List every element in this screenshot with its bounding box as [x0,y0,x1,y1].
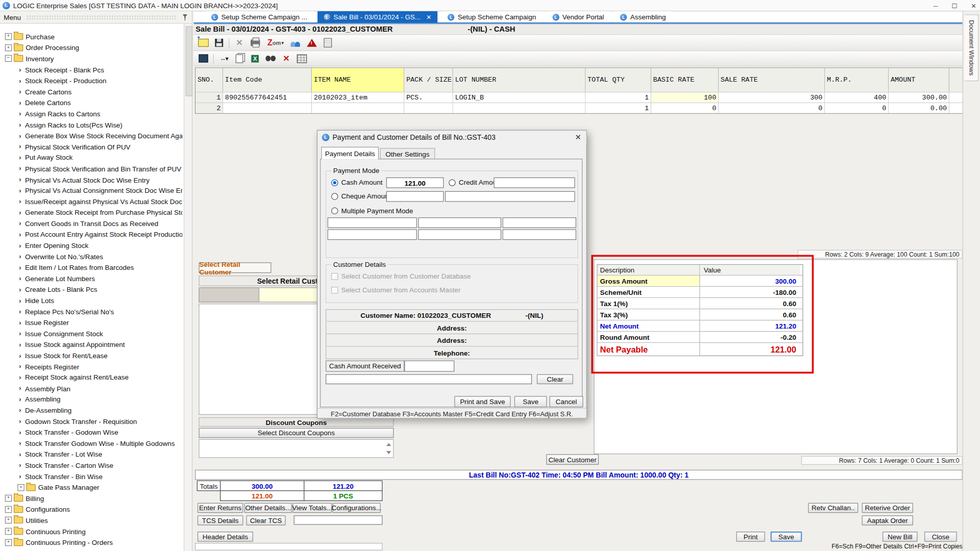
clear-tcs-button[interactable]: Clear TCS [246,515,285,525]
cash-received-input[interactable] [404,361,454,372]
tree-item-issue-consignment-stock[interactable]: ›Issue Consignment Stock [1,328,182,339]
cell-lot-number[interactable]: LOGIN_B [453,92,586,103]
expand-icon[interactable]: + [5,528,12,535]
table-row[interactable]: 210000.00 [195,103,963,113]
minimize-button[interactable]: ─ [934,2,938,9]
tree-item-convert-goods-in-transit-docs-as-received[interactable]: ›Convert Goods in Transit Docs as Receiv… [1,218,182,229]
multiple-payment-input[interactable] [502,217,576,228]
multiple-payment-input[interactable] [328,229,417,240]
tree-item-issue-stock-against-appointment[interactable]: ›Issue Stock against Appointment [1,339,182,350]
cheque-detail-input[interactable] [445,191,575,202]
new-icon[interactable] [198,38,209,48]
cheque-amount-radio[interactable] [331,193,338,199]
column-header-basic-rate[interactable]: BASIC RATE [651,68,719,92]
tab-assembling[interactable]: LAssembling [614,11,672,22]
find-icon[interactable] [265,54,276,64]
column-width-icon[interactable]: ↔▾ [218,54,229,64]
tree-item-de-assembling[interactable]: ›De-Assembling [1,405,182,416]
tree-item-purchase[interactable]: +Purchase [1,31,182,42]
cell-pack-size[interactable]: PCS. [404,92,453,103]
expand-icon[interactable]: + [5,539,12,545]
cell-item-name[interactable]: 20102023_item [312,92,404,103]
dialog-cancel-button[interactable]: Cancel [549,396,583,407]
dialog-close-icon[interactable]: ✕ [575,133,581,142]
tab-vendor-portal[interactable]: LVendor Portal [546,11,610,22]
cell-item-code[interactable]: 890255677642451 [223,92,312,103]
column-header-m-r-p[interactable]: M.R.P. [825,68,889,92]
expand-icon[interactable]: + [5,33,12,40]
column-header-pack-size[interactable]: PACK / SIZE [404,68,453,92]
customer-search-input[interactable] [326,374,532,384]
pin-icon[interactable] [182,13,188,21]
tree-item-billing[interactable]: +Billing [1,493,182,504]
copy-icon[interactable] [234,54,245,64]
tree-item-assign-racks-to-cartons[interactable]: ›Assign Racks to Cartons [1,108,182,119]
cell-amount[interactable]: 0.00 [889,103,949,113]
tree-item-receipts-register[interactable]: ›Receipts Register [1,361,182,372]
tree-item-gate-pass-manager[interactable]: +Gate Pass Manager [1,482,182,493]
customers-icon[interactable] [290,38,302,48]
delete-row-icon[interactable]: ✕ [281,54,292,64]
credit-amount-input[interactable] [494,178,575,188]
tree-item-godown-stock-transfer-requisition[interactable]: ›Godown Stock Transfer - Requisition [1,416,182,427]
cell-m-r-p[interactable]: 400 [825,92,889,103]
close-bill-button[interactable]: Close [924,532,957,542]
table-row[interactable]: 189025567764245120102023_itemPCS.LOGIN_B… [195,92,963,103]
tree-item-enter-opening-stock[interactable]: ›Enter Opening Stock [1,240,182,252]
tree-item-stock-transfer-lot-wise[interactable]: ›Stock Transfer - Lot Wise [1,449,182,460]
multiple-payment-input[interactable] [328,217,417,228]
tree-item-configurations[interactable]: +Configurations [1,504,182,515]
tree-item-post-account-entry-against-stock-receipt-production[interactable]: ›Post Account Entry Against Stock Receip… [1,229,182,240]
cell-item-code[interactable] [223,103,312,113]
tree-item-continuous-printing[interactable]: +Continuous Printing [1,526,182,537]
tree-item-put-away-stock[interactable]: ›Put Away Stock [1,152,182,163]
expand-icon[interactable]: + [17,484,24,491]
print-button[interactable]: Print [736,532,765,542]
dialog-save-button[interactable]: Save [514,396,547,407]
cell-basic-rate[interactable]: 0 [651,103,719,113]
tree-item-generate-lot-numbers[interactable]: ›Generate Lot Numbers [1,273,182,284]
tree-item-assembling[interactable]: ›Assembling [1,394,182,405]
column-header-item-name[interactable]: ITEM NAME [312,68,404,92]
tab-payment-details[interactable]: Payment Details [321,147,379,159]
column-header-item-code[interactable]: Item Code [223,68,312,92]
zoom-icon[interactable]: Zom▾ [265,38,286,48]
save-icon[interactable] [213,38,225,48]
tree-item-stock-receipt-blank-pcs[interactable]: ›Stock Receipt - Blank Pcs [1,64,182,76]
menu-tree-scrollbar[interactable] [184,24,192,551]
tree-item-edit-item-lot-rates-from-barcodes[interactable]: ›Edit Item / Lot Rates from Barcodes [1,262,182,273]
clear-customer-button[interactable]: Clear Customer [546,454,599,465]
new-bill-button[interactable]: New Bill [883,532,918,542]
dialog-clear-button[interactable]: Clear [537,374,573,384]
summary-row-net-payable[interactable]: Net Payable121.00 [598,342,803,356]
view-totals-button[interactable]: View Totals... [292,503,332,513]
credit-amount-radio[interactable] [449,179,455,186]
expand-icon[interactable]: + [5,517,12,523]
tree-item-inventory[interactable]: −Inventory [1,53,182,64]
summary-row-tax-3[interactable]: Tax 3(%)0.60 [598,309,803,320]
tree-item-stock-transfer-godown-wise-multiple-godowns[interactable]: ›Stock Transfer Godown Wise - Multiple G… [1,438,182,449]
multiple-payment-radio[interactable] [331,207,338,214]
tree-item-issue-register[interactable]: ›Issue Register [1,317,182,328]
tree-item-issue-stock-for-rent-lease[interactable]: ›Issue Stock for Rent/Lease [1,350,182,361]
cell-basic-rate[interactable]: 100 [651,92,719,103]
column-header-sale-rate[interactable]: SALE RATE [719,68,825,92]
column-header-total-qty[interactable]: TOTAL QTY [585,68,651,92]
discount-coupons-list[interactable] [199,439,394,458]
tree-item-overwrite-lot-no-s-rates[interactable]: ›Overwrite Lot No.'s/Rates [1,251,182,262]
multiple-payment-input[interactable] [502,229,576,240]
tcs-input[interactable] [294,515,383,524]
column-header-amount[interactable]: AMOUNT [889,68,949,92]
summary-row-gross-amount[interactable]: Gross Amount300.00 [598,275,803,286]
select-retail-customer-tab[interactable]: Select Retail Customer [199,262,271,273]
cash-amount-input[interactable] [386,178,444,188]
tree-item-receipt-stock-against-rent-lease[interactable]: ›Receipt Stock against Rent/Lease [1,372,182,383]
summary-row-net-amount[interactable]: Net Amount121.20 [598,320,803,331]
expand-icon[interactable]: + [5,506,12,513]
aaptak-order-button[interactable]: Aaptak Order [862,515,913,525]
tcs-details-button[interactable]: TCS Details [198,515,243,525]
tree-item-stock-transfer-godown-wise[interactable]: ›Stock Transfer - Godown Wise [1,427,182,438]
scroll-down-icon[interactable] [386,451,391,454]
cash-amount-received-button[interactable]: Cash Amount Received [326,361,404,372]
tree-item-stock-transfer-carton-wise[interactable]: ›Stock Transfer - Carton Wise [1,460,182,471]
